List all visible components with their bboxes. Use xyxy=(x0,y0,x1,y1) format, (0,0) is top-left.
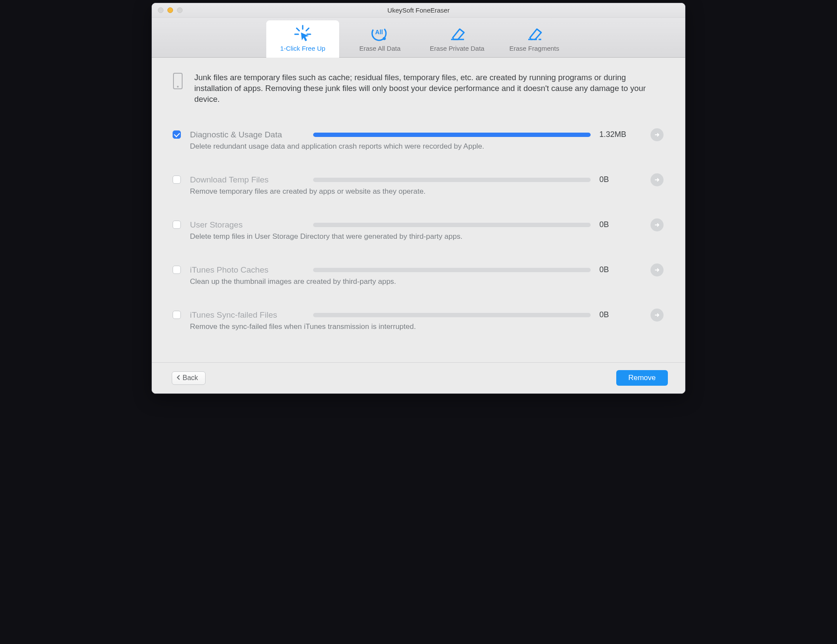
back-button[interactable]: Back xyxy=(172,371,206,385)
zoom-icon[interactable] xyxy=(177,7,183,13)
remove-button[interactable]: Remove xyxy=(616,370,668,386)
eraser-fragments-icon xyxy=(524,25,545,42)
item-progress xyxy=(313,268,591,272)
item-title: iTunes Sync-failed Files xyxy=(190,310,307,320)
tab-label: Erase Fragments xyxy=(509,45,559,52)
item-title: Download Temp Files xyxy=(190,175,307,185)
item-desc: Delete temp files in User Storage Direct… xyxy=(190,232,670,241)
remove-label: Remove xyxy=(628,374,656,382)
item-desc: Remove the sync-failed files when iTunes… xyxy=(190,322,670,331)
item-details-button[interactable] xyxy=(651,218,664,231)
item-checkbox[interactable] xyxy=(173,176,181,184)
svg-point-13 xyxy=(177,86,179,88)
item-desc: Clean up the thumbnail images are create… xyxy=(190,277,670,286)
item-details-button[interactable] xyxy=(651,263,664,276)
back-label: Back xyxy=(183,374,198,382)
chevron-left-icon xyxy=(177,374,181,382)
item-size: 1.32MB xyxy=(597,130,644,139)
app-window: UkeySoft FoneEraser 1-Click Free Up xyxy=(151,3,686,394)
close-icon[interactable] xyxy=(158,7,163,13)
svg-line-1 xyxy=(297,28,299,31)
item-size: 0B xyxy=(597,220,644,229)
eraser-icon xyxy=(447,25,468,42)
tab-label: Erase All Data xyxy=(359,45,400,52)
item-progress xyxy=(313,223,591,227)
item-size: 0B xyxy=(597,310,644,319)
content-area: Junk files are temporary files such as c… xyxy=(152,58,685,362)
item-details-button[interactable] xyxy=(651,309,664,322)
tab-free-up[interactable]: 1-Click Free Up xyxy=(266,20,339,57)
tab-erase-private[interactable]: Erase Private Data xyxy=(421,20,494,57)
item-title: User Storages xyxy=(190,220,307,230)
item-details-button[interactable] xyxy=(651,173,664,186)
item-progress-fill xyxy=(313,133,591,137)
item-desc: Delete redundant usage data and applicat… xyxy=(190,142,670,151)
phone-icon xyxy=(173,72,183,90)
tab-label: Erase Private Data xyxy=(430,45,484,52)
junk-item: Diagnostic & Usage Data 1.32MB Delete re… xyxy=(173,128,670,170)
svg-point-7 xyxy=(383,37,386,40)
footer-bar: Back Remove xyxy=(152,362,685,394)
tab-label: 1-Click Free Up xyxy=(280,45,325,52)
junk-item: iTunes Photo Caches 0B Clean up the thum… xyxy=(173,263,670,305)
item-checkbox[interactable] xyxy=(173,266,181,274)
tab-erase-all[interactable]: All Erase All Data xyxy=(343,20,416,57)
cursor-spark-icon xyxy=(292,25,313,42)
junk-item: Download Temp Files 0B Remove temporary … xyxy=(173,173,670,215)
item-title: Diagnostic & Usage Data xyxy=(190,130,307,140)
titlebar: UkeySoft FoneEraser xyxy=(152,3,685,18)
intro-block: Junk files are temporary files such as c… xyxy=(173,72,670,105)
window-title: UkeySoft FoneEraser xyxy=(152,7,685,14)
tab-erase-fragments[interactable]: Erase Fragments xyxy=(498,20,571,57)
item-details-button[interactable] xyxy=(651,128,664,141)
junk-item: User Storages 0B Delete temp files in Us… xyxy=(173,218,670,260)
item-title: iTunes Photo Caches xyxy=(190,265,307,275)
minimize-icon[interactable] xyxy=(167,7,173,13)
window-controls xyxy=(158,7,183,13)
item-progress xyxy=(313,178,591,182)
svg-text:All: All xyxy=(375,29,383,36)
item-desc: Remove temporary files are created by ap… xyxy=(190,187,670,196)
erase-all-icon: All xyxy=(369,25,390,42)
item-checkbox[interactable] xyxy=(173,130,181,139)
item-size: 0B xyxy=(597,175,644,184)
item-checkbox[interactable] xyxy=(173,221,181,229)
item-progress xyxy=(313,133,591,137)
item-progress xyxy=(313,313,591,317)
item-size: 0B xyxy=(597,265,644,274)
svg-line-2 xyxy=(306,28,309,31)
junk-item: iTunes Sync-failed Files 0B Remove the s… xyxy=(173,309,670,350)
mode-tabs: 1-Click Free Up All Erase All Data xyxy=(152,18,685,58)
intro-text: Junk files are temporary files such as c… xyxy=(194,72,663,105)
item-checkbox[interactable] xyxy=(173,311,181,319)
